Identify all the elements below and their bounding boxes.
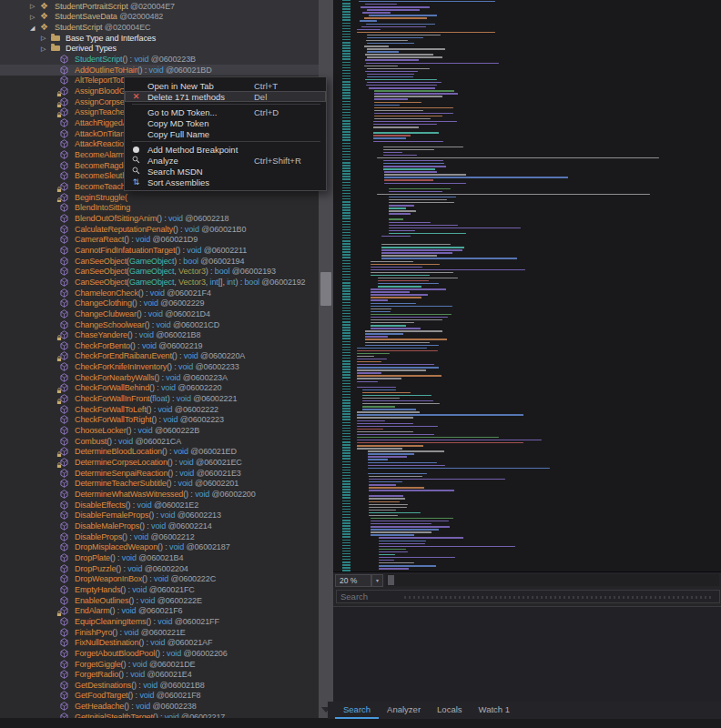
tree-item[interactable]: ChangeClothing() : void @06002229 [0, 298, 319, 308]
menu-item-go-to-md-token[interactable]: Go to MD Token...Ctrl+D [125, 106, 326, 117]
tree-item[interactable]: GetDestinations() : void @060021B8 [0, 680, 319, 691]
expander-collapsed-icon[interactable]: ▷ [30, 14, 40, 20]
tree-item[interactable]: DetermineTeacherSubtitle() : void @06002… [0, 479, 319, 490]
code-line [379, 562, 414, 563]
tree-item[interactable]: ChangeSchoolwear() : void @060021CD [0, 319, 319, 330]
expander-collapsed-icon[interactable]: ▷ [41, 35, 51, 41]
tab-watch-1[interactable]: Watch 1 [471, 702, 519, 719]
tree-item[interactable]: CheckForKnifeInInventory() : void @06002… [0, 361, 319, 372]
menu-item-copy-md-token[interactable]: Copy MD Token [125, 117, 326, 128]
tree-item[interactable]: ▷Derived Types [0, 44, 319, 55]
menu-item-analyze[interactable]: AnalyzeCtrl+Shift+R [125, 155, 326, 166]
tree-item[interactable]: ▷❖StudentPortraitScript @020004E7 [0, 1, 319, 12]
tree-item-label: StudentScript @020004EC [55, 23, 150, 32]
code-line [369, 495, 403, 496]
tree-item[interactable]: DropMisplacedWeapon() : void @06002187 [0, 541, 319, 552]
tree-item[interactable]: CheckForWallToLeft() : void @06002222 [0, 404, 319, 415]
tree-item[interactable]: DropPuzzle() : void @06002204 [0, 563, 319, 574]
tree-item[interactable]: DetermineSenpaiReaction() : void @060021… [0, 468, 319, 479]
expander-collapsed-icon[interactable]: ▷ [41, 46, 51, 52]
tree-item[interactable]: FixNullDestination() : void @060021AF [0, 637, 319, 648]
tree-item[interactable]: ChaseYandere() : void @060021B8 [0, 329, 319, 340]
code-horizontal-scrollbar[interactable] [386, 574, 719, 586]
scrollbar-thumb[interactable] [388, 575, 394, 585]
tree-item[interactable]: GetFoodTarget() : void @060021F8 [0, 691, 319, 702]
context-menu: Open in New TabCtrl+T✕Delete 171 methods… [124, 76, 327, 191]
tree-item[interactable]: DisableEffects() : void @060021E2 [0, 500, 319, 511]
code-line [357, 417, 413, 418]
tree-item[interactable]: DropPlate() : void @060021B4 [0, 552, 319, 563]
tree-item[interactable]: CheckForWallBehind() : void @06002220 [0, 383, 319, 394]
tree-item[interactable]: EnableOutlines() : void @0600222E [0, 595, 319, 606]
decompiled-code-view[interactable] [333, 0, 721, 571]
tree-item[interactable]: BlendIntoSitting [0, 202, 319, 213]
tree-item[interactable]: DisableProps() : void @06002212 [0, 531, 319, 542]
code-line [371, 531, 432, 532]
tree-item[interactable]: BeginStruggle( [0, 192, 319, 203]
tree-item[interactable]: ◢❖StudentScript @020004EC [0, 22, 319, 33]
zoom-level-combobox[interactable]: 20 % [335, 574, 371, 587]
tree-item[interactable]: ChooseLocker() : void @0600222B [0, 425, 319, 436]
tree-item[interactable]: DetermineBloodLocation() : void @060021E… [0, 447, 319, 458]
tree-item[interactable]: CanSeeObject(GameObject, Vector3) : bool… [0, 266, 319, 277]
tree-item[interactable]: CheckForWallInFront(float) : void @06002… [0, 393, 319, 404]
tree-item[interactable]: DetermineWhatWasWitnessed() : void @0600… [0, 489, 319, 500]
tree-item[interactable]: BlendOutOfSittingAnim() : void @06002218 [0, 213, 319, 224]
tree-item[interactable]: Combust() : void @060021CA [0, 436, 319, 447]
code-line [368, 468, 550, 469]
menu-item-delete-171-methods[interactable]: ✕Delete 171 methodsDel [125, 91, 326, 102]
tree-item[interactable]: EquipCleaningItems() : void @060021FF [0, 616, 319, 627]
code-line [357, 32, 495, 33]
tree-item[interactable]: ForgetGiggle() : void @060021DE [0, 659, 319, 670]
code-line [374, 110, 423, 111]
menu-item-add-method-breakpoint[interactable]: Add Method Breakpoint [125, 144, 326, 155]
code-line [374, 96, 442, 96]
tree-item[interactable]: CameraReact() : void @060021D9 [0, 234, 319, 245]
expander-collapsed-icon[interactable]: ▷ [30, 3, 40, 9]
tree-item[interactable]: DisableMaleProps() : void @06002214 [0, 521, 319, 531]
tree-item[interactable]: CannotFindInfatuationTarget() : void @06… [0, 245, 319, 256]
tree-item[interactable]: DisableFemaleProps() : void @06002213 [0, 511, 319, 521]
tree-item[interactable]: EndAlarm() : void @060021F6 [0, 605, 319, 616]
tree-item[interactable]: StudentScript() : void @0600223B [0, 54, 319, 65]
tree-item[interactable]: DropWeaponInBox() : void @0600222C [0, 573, 319, 584]
scrollbar-thumb[interactable] [320, 272, 331, 306]
tree-item[interactable]: CanSeeObject(GameObject) : bool @0600219… [0, 256, 319, 267]
tree-item[interactable]: CheckForEndRaibaruEvent() : void @060022… [0, 351, 319, 362]
tree-item[interactable]: CanSeeObject(GameObject, Vector3, int[],… [0, 277, 319, 288]
tree-item[interactable]: FinishPyro() : void @0600221E [0, 627, 319, 638]
search-input[interactable] [336, 590, 720, 603]
tab-analyzer[interactable]: Analyzer [379, 702, 429, 719]
menu-item-open-in-new-tab[interactable]: Open in New TabCtrl+T [125, 80, 326, 91]
zoom-dropdown-arrow-icon[interactable]: ▾ [371, 574, 383, 587]
tree-item[interactable]: ▷❖StudentSaveData @02000482 [0, 12, 319, 23]
tree-item[interactable]: GetHeadache() : void @06002238 [0, 701, 319, 712]
tree-item[interactable]: DetermineCorpseLocation() : void @060021… [0, 457, 319, 468]
tree-item[interactable]: ChangeClubwear() : void @060021D4 [0, 308, 319, 319]
menu-item-search-msdn[interactable]: Search MSDN [125, 166, 326, 177]
tree-item[interactable]: CheckForWallToRight() : void @06002223 [0, 415, 319, 426]
tree-item[interactable]: ForgetRadio() : void @060021E4 [0, 669, 319, 680]
tree-item-label: ForgetAboutBloodPool() : void @06002206 [75, 649, 228, 658]
tree-item[interactable]: ChameleonCheck() : void @060021F4 [0, 288, 319, 298]
search-results-list[interactable] [333, 606, 721, 702]
tree-item[interactable]: CheckForBento() : void @06002219 [0, 340, 319, 351]
expander-expanded-icon[interactable]: ◢ [30, 25, 40, 31]
tree-item[interactable]: CheckForNearbyWalls() : void @0600223A [0, 372, 319, 383]
tab-locals[interactable]: Locals [429, 702, 470, 719]
code-line [367, 9, 420, 10]
tree-item[interactable]: GetInitialStealthTarget() : void @060022… [0, 712, 319, 718]
tree-item[interactable]: AddOutlineToHair() : void @060021BD [0, 65, 319, 76]
tab-search[interactable]: Search [335, 702, 379, 719]
tree-item[interactable]: ▷Base Type and Interfaces [0, 33, 319, 44]
tree-item[interactable]: EmptyHands() : void @060021FC [0, 584, 319, 595]
menu-item-sort-assemblies[interactable]: ⇅Sort Assemblies [125, 177, 326, 187]
tree-item-label: CheckForBento() : void @06002219 [75, 341, 202, 350]
code-line [357, 429, 383, 430]
code-line [371, 306, 452, 307]
menu-item-label: Search MSDN [147, 167, 203, 177]
code-line [362, 403, 440, 404]
tree-item[interactable]: ForgetAboutBloodPool() : void @06002206 [0, 648, 319, 659]
menu-item-copy-full-name[interactable]: Copy Full Name [125, 128, 326, 139]
tree-item[interactable]: CalculateReputationPenalty() : void @060… [0, 224, 319, 235]
